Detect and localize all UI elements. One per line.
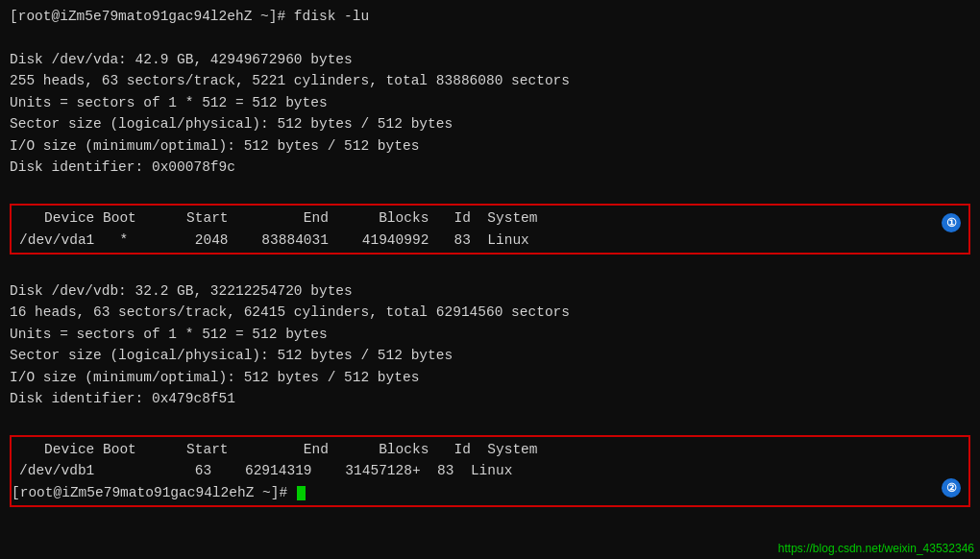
- disk2-info-4: Sector size (logical/physical): 512 byte…: [10, 345, 970, 366]
- disk1-info-5: I/O size (minimum/optimal): 512 bytes / …: [10, 135, 970, 157]
- disk1-info-1: Disk /dev/vda: 42.9 GB, 42949672960 byte…: [10, 49, 970, 70]
- blank-line-1: [10, 27, 970, 48]
- table2-container: Device Boot Start End Blocks Id System /…: [10, 435, 970, 507]
- disk2-info-3: Units = sectors of 1 * 512 = 512 bytes: [10, 324, 970, 345]
- disk1-info-3: Units = sectors of 1 * 512 = 512 bytes: [10, 92, 970, 113]
- table1-box: Device Boot Start End Blocks Id System /…: [10, 204, 970, 255]
- disk1-info-2: 255 heads, 63 sectors/track, 5221 cylind…: [10, 70, 970, 91]
- table2-box: Device Boot Start End Blocks Id System /…: [10, 435, 970, 507]
- disk1-info-6: Disk identifier: 0x00078f9c: [10, 157, 970, 178]
- table1-header-row: Device Boot Start End Blocks Id System: [12, 207, 968, 229]
- table2-header-row: Device Boot Start End Blocks Id System: [12, 439, 968, 460]
- table1-data-row: /dev/vda1 * 2048 83884031 41940992 83 Li…: [12, 230, 968, 251]
- prompt-top-line: [root@iZm5e79mato91gac94l2ehZ ~]# fdisk …: [10, 6, 970, 27]
- table2-data-row: /dev/vdb1 63 62914319 31457128+ 83 Linux: [12, 460, 968, 481]
- prompt-bottom-line: [root@iZm5e79mato91gac94l2ehZ ~]#: [12, 482, 968, 503]
- watermark-text: https://blog.csdn.net/weixin_43532346: [778, 542, 974, 555]
- disk1-info-4: Sector size (logical/physical): 512 byte…: [10, 113, 970, 134]
- disk2-info-6: Disk identifier: 0x479c8f51: [10, 388, 970, 409]
- table1-container: Device Boot Start End Blocks Id System /…: [10, 204, 970, 255]
- blank-line-3: [10, 258, 970, 280]
- terminal-window: [root@iZm5e79mato91gac94l2ehZ ~]# fdisk …: [0, 0, 980, 559]
- blank-line-4: [10, 409, 970, 430]
- disk2-info-1: Disk /dev/vdb: 32.2 GB, 32212254720 byte…: [10, 280, 970, 302]
- disk2-info-5: I/O size (minimum/optimal): 512 bytes / …: [10, 367, 970, 388]
- badge-2-icon: ②: [942, 478, 961, 498]
- blank-line-2: [10, 179, 970, 200]
- cursor-block: [297, 486, 306, 500]
- badge-1-icon: ①: [942, 213, 961, 232]
- disk2-info-2: 16 heads, 63 sectors/track, 62415 cylind…: [10, 302, 970, 323]
